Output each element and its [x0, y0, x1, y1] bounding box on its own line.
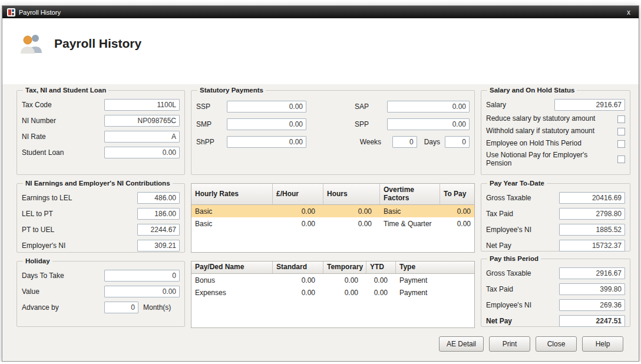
earnings-to-lel-input[interactable] [137, 192, 180, 204]
col-header-per-hour[interactable]: £/Hour [273, 184, 323, 204]
pt-to-uel-input[interactable] [137, 224, 180, 236]
ytd-gross-taxable-input[interactable] [559, 192, 625, 204]
advance-by-suffix: Month(s) [143, 303, 171, 312]
hourly-rates-table-empty-area [191, 230, 474, 252]
employers-ni-input[interactable] [137, 240, 180, 252]
left-column: Tax, NI and Student Loan Tax Code NI Num… [16, 87, 185, 327]
cell-name: Basic [191, 220, 273, 228]
app-icon [7, 8, 15, 16]
smp-input[interactable] [227, 118, 306, 130]
weeks-input[interactable] [392, 136, 417, 148]
pt-to-uel-row: PT to UEL [22, 223, 180, 236]
cell-standard: 0.00 [273, 276, 323, 284]
days-input[interactable] [445, 136, 470, 148]
page-title: Payroll History [54, 37, 141, 51]
reduce-salary-checkbox[interactable] [617, 115, 625, 123]
ni-rate-input[interactable] [104, 131, 180, 143]
help-button[interactable]: Help [582, 336, 623, 352]
spp-label: SPP [355, 120, 387, 128]
days-label: Days [424, 138, 440, 146]
period-gross-taxable-input[interactable] [559, 267, 625, 279]
period-employees-ni-input[interactable] [559, 299, 625, 311]
holiday-title: Holiday [23, 257, 52, 264]
cell-hours: 0.00 [323, 207, 380, 216]
col-header-overtime-factors[interactable]: Overtime Factors [380, 184, 440, 204]
col-header-to-pay[interactable]: To Pay [440, 184, 474, 204]
earnings-to-lel-row: Earnings to LEL [22, 191, 180, 204]
footer-button-bar: AE Detail Print Close Help [2, 328, 639, 361]
ytd-employees-ni-label: Employee's NI [486, 226, 559, 234]
col-header-hourly-rates[interactable]: Hourly Rates [191, 184, 273, 204]
cell-overtime: Time & Quarter [380, 220, 440, 228]
reduce-salary-label: Reduce salary by statutory amount [486, 115, 617, 123]
ni-number-input[interactable] [104, 115, 180, 127]
ytd-employees-ni-input[interactable] [559, 224, 625, 236]
withhold-salary-label: Withhold salary if statutory amount [486, 127, 617, 135]
hourly-rates-row-selected[interactable]: Basic 0.00 0.00 Basic 0.00 [191, 205, 474, 217]
pay-ded-row-expenses[interactable]: Expenses 0.00 0.00 0.00 Payment [191, 286, 474, 299]
ssp-input[interactable] [227, 101, 306, 112]
ae-detail-button[interactable]: AE Detail [439, 336, 484, 352]
days-to-take-label: Days To Take [22, 272, 104, 280]
holiday-value-input[interactable] [104, 286, 180, 297]
cell-name: Basic [191, 207, 273, 216]
sap-input[interactable] [387, 101, 470, 112]
cell-per-hour: 0.00 [273, 220, 323, 228]
titlebar[interactable]: Payroll History x [2, 6, 639, 18]
employers-ni-row: Employer's NI [22, 239, 180, 252]
ssp-sap-row: SSP SAP [196, 100, 470, 112]
notional-pay-checkbox[interactable] [617, 155, 625, 163]
close-icon[interactable]: x [623, 8, 634, 16]
col-header-temporary[interactable]: Temporary [323, 262, 366, 273]
col-header-pay-ded-name[interactable]: Pay/Ded Name [191, 262, 273, 273]
ytd-tax-paid-input[interactable] [559, 208, 625, 220]
salary-label: Salary [486, 101, 554, 109]
tax-code-label: Tax Code [22, 101, 104, 109]
ytd-tax-paid-row: Tax Paid [486, 207, 625, 220]
lel-to-pt-input[interactable] [137, 208, 180, 220]
ni-rate-row: NI Rate [22, 130, 180, 143]
ytd-net-pay-row: Net Pay [486, 239, 625, 252]
col-header-type[interactable]: Type [396, 262, 474, 273]
pay-ded-row-bonus[interactable]: Bonus 0.00 0.00 0.00 Payment [191, 274, 474, 286]
spp-input[interactable] [387, 118, 470, 130]
smp-label: SMP [196, 120, 227, 128]
student-loan-input[interactable] [104, 147, 180, 158]
cell-to-pay: 0.00 [440, 220, 474, 228]
hourly-rates-row[interactable]: Basic 0.00 0.00 Time & Quarter 0.00 [191, 217, 474, 230]
col-header-hours[interactable]: Hours [323, 184, 380, 204]
col-header-ytd[interactable]: YTD [366, 262, 396, 273]
ytd-gross-taxable-row: Gross Taxable [486, 191, 625, 204]
tax-code-input[interactable] [104, 99, 180, 111]
days-to-take-row: Days To Take [22, 269, 180, 282]
period-tax-paid-row: Tax Paid [486, 283, 625, 295]
pay-this-period-section: Pay this Period Gross Taxable Tax Paid E… [481, 255, 630, 327]
col-header-standard[interactable]: Standard [273, 262, 323, 273]
cell-ytd: 0.00 [366, 276, 396, 284]
period-tax-paid-input[interactable] [559, 283, 625, 295]
lel-to-pt-label: LEL to PT [22, 210, 137, 218]
advance-by-input[interactable] [104, 302, 138, 313]
holiday-value-label: Value [22, 287, 104, 296]
ytd-tax-paid-label: Tax Paid [486, 210, 559, 218]
period-employees-ni-row: Employee's NI [486, 299, 625, 311]
withhold-salary-checkbox[interactable] [617, 128, 625, 135]
weeks-label: Weeks [360, 138, 392, 146]
print-button[interactable]: Print [489, 336, 530, 352]
period-gross-taxable-row: Gross Taxable [486, 267, 625, 279]
close-button[interactable]: Close [536, 336, 577, 352]
days-to-take-input[interactable] [104, 270, 180, 282]
period-net-pay-input[interactable] [559, 315, 625, 327]
notional-pay-row: Use Notional Pay for Employer's Pension [486, 151, 625, 168]
pt-to-uel-label: PT to UEL [22, 226, 137, 234]
ytd-net-pay-input[interactable] [559, 240, 625, 252]
payroll-history-icon [20, 34, 45, 54]
employee-on-hold-row: Employee on Hold This Period [486, 139, 625, 148]
advance-by-row: Advance by Month(s) [22, 301, 180, 313]
cell-to-pay: 0.00 [440, 207, 474, 216]
employee-on-hold-checkbox[interactable] [617, 140, 625, 148]
shpp-input[interactable] [227, 136, 306, 148]
pay-ded-table-header: Pay/Ded Name Standard Temporary YTD Type [191, 262, 474, 274]
salary-input[interactable] [554, 99, 625, 111]
ytd-employees-ni-row: Employee's NI [486, 223, 625, 236]
